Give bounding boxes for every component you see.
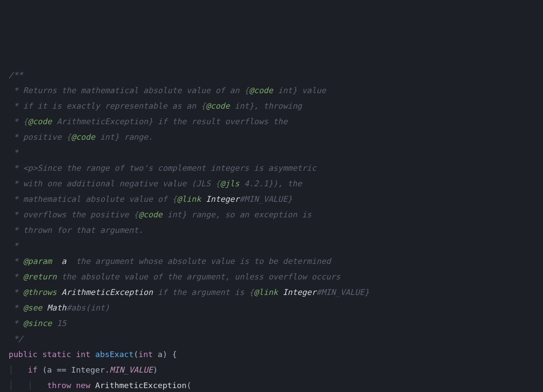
code-editor-viewport[interactable]: /** * Returns the mathematical absolute … xyxy=(9,67,534,392)
javadoc-close: */ xyxy=(9,334,23,343)
doc-param: * @param a the argument whose absolute v… xyxy=(9,257,331,266)
doc-line-2: * if it is exactly representable as an {… xyxy=(9,101,302,110)
javadoc-open: /** xyxy=(9,70,23,79)
doc-line-4: * positive {@code int} range. xyxy=(9,132,153,141)
doc-see: * @see Math#abs(int) xyxy=(9,303,110,312)
doc-line-9: * thrown for that argument. xyxy=(9,226,143,235)
doc-return: * @return the absolute value of the argu… xyxy=(9,272,341,281)
doc-line-6: * with one additional negative value (JL… xyxy=(9,179,302,188)
doc-line-7: * mathematical absolute value of {@link … xyxy=(9,194,292,204)
if-line: │ if (a == Integer.MIN_VALUE) xyxy=(9,365,158,374)
doc-since: * @since 15 xyxy=(9,319,66,328)
doc-throws: * @throws ArithmeticException if the arg… xyxy=(9,288,369,297)
doc-line-3: * {@code ArithmeticException} if the res… xyxy=(9,117,287,126)
doc-line-5: * <p>Since the range of two's complement… xyxy=(9,163,316,172)
method-signature: public static int absExact(int a) { xyxy=(9,350,177,359)
doc-blank-1: * xyxy=(9,148,18,157)
throw-line: │ │ throw new ArithmeticException( xyxy=(9,381,191,390)
doc-line-1: * Returns the mathematical absolute valu… xyxy=(9,86,326,95)
doc-blank-2: * xyxy=(9,241,18,250)
doc-line-8: * overflows the positive {@code int} ran… xyxy=(9,210,312,219)
